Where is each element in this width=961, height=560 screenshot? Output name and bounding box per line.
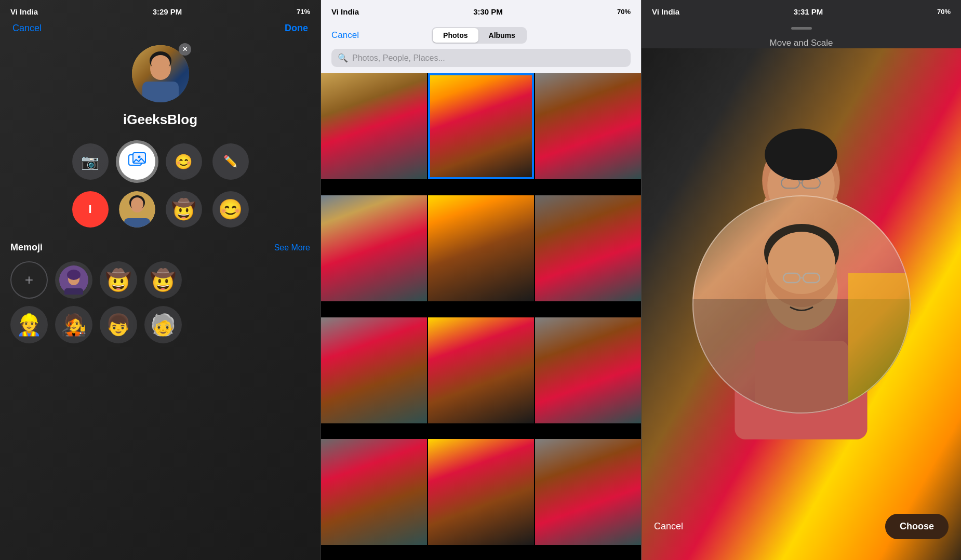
photo-grid xyxy=(321,73,641,560)
stop-button[interactable]: I xyxy=(72,191,109,228)
panel3-bottom-bar: Cancel Choose xyxy=(642,503,961,560)
panel1-cancel-button[interactable]: Cancel xyxy=(12,23,42,34)
avatar-remove-button[interactable]: ✕ xyxy=(179,43,191,56)
panel2-header: Cancel Photos Albums 🔍 Photos, People, P… xyxy=(321,23,641,73)
panel3-photo-area[interactable] xyxy=(642,48,961,560)
choose-button[interactable]: Choose xyxy=(885,514,949,539)
svg-point-15 xyxy=(67,270,81,280)
memoji-elder-icon: 🧓 xyxy=(150,313,176,337)
panel3-status-bar: Vi India 3:31 PM 70% xyxy=(642,0,961,23)
panel3-battery: 70% xyxy=(937,8,951,16)
memoji-cool-icon: 🧑‍🎤 xyxy=(61,313,87,337)
memoji-item-6[interactable]: 👦 xyxy=(100,306,137,343)
photos-icon xyxy=(128,152,146,171)
photo-cell-3[interactable] xyxy=(535,73,641,179)
panel3-time: 3:31 PM xyxy=(794,7,823,16)
cowboy-memoji-button[interactable]: 🤠 xyxy=(166,191,202,228)
memoji-item-1[interactable] xyxy=(55,261,92,299)
panel1-time: 3:29 PM xyxy=(153,7,182,16)
panel2-cancel-button[interactable]: Cancel xyxy=(331,30,359,41)
photo-cell-4[interactable] xyxy=(321,195,427,301)
circle-crop-area[interactable] xyxy=(692,195,911,414)
memoji-item-5[interactable]: 🧑‍🎤 xyxy=(55,306,92,343)
photo-cell-9[interactable] xyxy=(535,317,641,423)
svg-point-11 xyxy=(131,197,143,211)
panel-profile-edit: Vi India 3:29 PM 71% Cancel Done xyxy=(0,0,321,560)
edit-icon-button[interactable]: ✏️ xyxy=(212,143,249,180)
circle-border xyxy=(692,195,911,414)
panel-move-scale: Vi India 3:31 PM 70% Move and Scale xyxy=(641,0,961,560)
camera-icon: 📷 xyxy=(81,153,99,170)
photo-cell-10[interactable] xyxy=(321,439,427,545)
memoji-avatar-1-icon xyxy=(59,265,88,295)
plus-icon: + xyxy=(25,272,33,288)
edit-icon: ✏️ xyxy=(223,155,237,168)
panel2-carrier: Vi India xyxy=(331,7,359,16)
svg-point-25 xyxy=(765,129,837,181)
panel3-carrier: Vi India xyxy=(652,7,679,16)
memoji-cowboy-icon: 🤠 xyxy=(105,268,131,292)
memoji-item-3[interactable]: 🤠 xyxy=(144,261,182,299)
memoji-section: Memoji See More + 🤠 xyxy=(0,242,321,343)
photo-cell-6[interactable] xyxy=(535,195,641,301)
memoji-item-4[interactable]: 👷 xyxy=(10,306,48,343)
svg-rect-16 xyxy=(64,288,83,295)
add-memoji-button[interactable]: + xyxy=(10,261,48,299)
panel2-search-bar[interactable]: 🔍 Photos, People, Places... xyxy=(331,49,631,67)
profile-name: iGeeksBlog xyxy=(123,112,197,128)
svg-point-7 xyxy=(138,155,140,158)
emoji-icon: 😊 xyxy=(175,153,193,170)
memoji-grid-row2: 👷 🧑‍🎤 👦 🧓 xyxy=(10,306,310,343)
panel-photo-picker: Vi India 3:30 PM 70% Cancel Photos Album… xyxy=(321,0,641,560)
panel3-title: Move and Scale xyxy=(642,38,961,48)
photo-selected-indicator xyxy=(428,73,534,179)
photo-cell-7[interactable] xyxy=(321,317,427,423)
memoji-grid-row1: + 🤠 🤠 xyxy=(10,261,310,299)
photo-cell-1[interactable] xyxy=(321,73,427,179)
memoji-cowboy2-icon: 🤠 xyxy=(150,268,176,292)
photo-cell-2[interactable] xyxy=(428,73,534,179)
drag-handle xyxy=(791,27,812,30)
photo-cell-12[interactable] xyxy=(535,439,641,545)
panel2-status-bar: Vi India 3:30 PM 70% xyxy=(321,0,641,23)
photo-cell-8[interactable] xyxy=(428,317,534,423)
svg-point-4 xyxy=(151,55,170,72)
panel1-status-bar: Vi India 3:29 PM 71% xyxy=(0,0,321,23)
memoji-item-7[interactable]: 🧓 xyxy=(144,306,182,343)
memoji-boy-icon: 👦 xyxy=(105,313,131,337)
camera-icon-button[interactable]: 📷 xyxy=(72,143,109,180)
search-icon: 🔍 xyxy=(338,53,348,63)
memoji-item-2[interactable]: 🤠 xyxy=(100,261,137,299)
svg-rect-2 xyxy=(142,82,179,102)
tab-photos[interactable]: Photos xyxy=(433,28,478,43)
stop-icon: I xyxy=(88,203,91,216)
memoji-header: Memoji See More xyxy=(10,242,310,253)
panel2-battery: 70% xyxy=(617,8,631,16)
photo-cell-11[interactable] xyxy=(428,439,534,545)
photo-cell-5[interactable] xyxy=(428,195,534,301)
panel3-cancel-button[interactable]: Cancel xyxy=(654,521,683,532)
emoji-icon-button[interactable]: 😊 xyxy=(166,143,202,180)
panel1-battery: 71% xyxy=(297,8,310,16)
panel2-nav: Cancel Photos Albums xyxy=(331,27,631,44)
tab-albums[interactable]: Albums xyxy=(478,28,526,43)
memoji-hard-hat-icon: 👷 xyxy=(16,313,42,337)
memoji-title: Memoji xyxy=(10,242,43,253)
icon-row-1: 📷 😊 ✏️ xyxy=(72,143,249,180)
avatar-container: ✕ xyxy=(132,45,189,102)
panel2-time: 3:30 PM xyxy=(473,7,503,16)
photos-icon-button[interactable] xyxy=(119,143,155,180)
svg-rect-12 xyxy=(124,218,150,228)
memoji-avatar-icon xyxy=(119,191,155,228)
smile-memoji-icon: 😊 xyxy=(218,198,243,221)
panel1-done-button[interactable]: Done xyxy=(285,23,308,34)
search-placeholder: Photos, People, Places... xyxy=(352,54,445,63)
panel1-carrier: Vi India xyxy=(10,7,38,16)
memoji-see-more-button[interactable]: See More xyxy=(274,243,310,252)
panel1-content: Cancel Done xyxy=(0,0,321,560)
smile-memoji-button[interactable]: 😊 xyxy=(212,191,249,228)
panel2-tabs: Photos Albums xyxy=(432,27,527,44)
icon-row-2: I 🤠 😊 xyxy=(72,191,249,228)
cowboy-memoji-icon: 🤠 xyxy=(171,198,196,221)
memoji-avatar-button[interactable] xyxy=(119,191,155,228)
